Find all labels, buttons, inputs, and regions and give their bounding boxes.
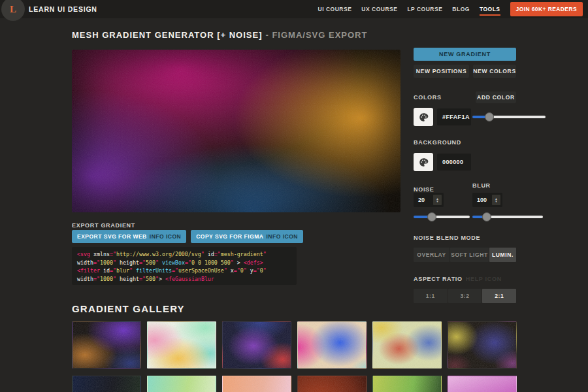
gradient-thumb-2[interactable] (147, 321, 216, 368)
noise-overlay (73, 376, 140, 392)
blend-mode-lumin-[interactable]: LUMIN. (489, 248, 516, 262)
colors-label: COLORS (414, 94, 442, 101)
background-label: BACKGROUND (414, 139, 461, 146)
aspect-2-1[interactable]: 2:1 (482, 289, 516, 303)
color-hex-input[interactable]: #FFAF1A (437, 108, 471, 125)
gradient-gallery-title: GRADIENT GALLERY (72, 303, 185, 314)
code-line: width="1000" height="500"> <feGaussianBl… (77, 275, 291, 284)
brand-name[interactable]: LEARN UI DESIGN (29, 0, 97, 18)
noise-overlay (148, 322, 216, 368)
copy-svg-figma-button[interactable]: COPY SVG FOR FIGMA INFO ICON (191, 230, 303, 243)
palette-icon (419, 157, 429, 167)
background-row: 000000 (414, 153, 516, 171)
noise-overlay (448, 376, 516, 392)
noise-overlay (223, 322, 291, 368)
nav-menu: UI COURSEUX COURSELP COURSEBLOGTOOLS (318, 3, 500, 16)
blend-mode-soft-light[interactable]: SOFT LIGHT (450, 248, 489, 262)
svg-code-block[interactable]: <svg xmlns="http://www.w3.org/2000/svg" … (72, 247, 297, 285)
noise-value[interactable]: 20 (414, 197, 433, 203)
blur-value-input[interactable]: 100 ▲▼ (472, 193, 502, 207)
page-title-sub: - FIGMA/SVG EXPORT (265, 30, 367, 40)
blend-mode-group: OVERLAYSOFT LIGHTLUMIN. (414, 248, 516, 262)
blur-value[interactable]: 100 (472, 197, 492, 203)
slider-thumb[interactable] (427, 212, 436, 221)
stepper-down-icon[interactable]: ▼ (436, 200, 439, 203)
noise-overlay (373, 322, 441, 368)
nav-links: UI COURSEUX COURSELP COURSEBLOGTOOLS JOI… (318, 0, 583, 18)
gradient-thumb-9[interactable] (222, 376, 291, 392)
gradient-thumb-5[interactable] (372, 321, 442, 368)
blur-stepper[interactable]: ▲▼ (492, 195, 500, 205)
aspect-1-1[interactable]: 1:1 (414, 289, 448, 303)
aspect-ratio-label: ASPECT RATIO (414, 276, 463, 282)
noise-overlay (223, 376, 291, 392)
code-line: width="1000" height="500" viewBox="0 0 1… (77, 259, 291, 267)
color-swatch-button[interactable] (414, 108, 433, 126)
code-line: <svg xmlns="http://www.w3.org/2000/svg" … (77, 250, 291, 259)
nav-link-blog[interactable]: BLOG (452, 3, 470, 16)
info-icon: INFO ICON (266, 233, 297, 240)
color-position-slider[interactable] (472, 112, 546, 122)
aspect-3-2[interactable]: 3:2 (448, 289, 482, 303)
noise-overlay (298, 322, 366, 368)
gradient-thumb-1[interactable] (72, 321, 141, 368)
noise-overlay (448, 322, 516, 368)
background-hex-input[interactable]: 000000 (437, 154, 471, 171)
nav-link-tools[interactable]: TOOLS (480, 3, 500, 16)
new-gradient-button[interactable]: NEW GRADIENT (414, 48, 516, 61)
noise-slider[interactable] (414, 212, 470, 221)
gradient-thumb-7[interactable] (72, 376, 141, 392)
noise-overlay (298, 376, 366, 392)
blend-mode-overlay[interactable]: OVERLAY (414, 248, 449, 262)
brand-logo-icon[interactable]: L (1, 0, 25, 21)
background-swatch-button[interactable] (414, 153, 433, 171)
color-row: #FFAF1A (414, 108, 516, 126)
noise-value-input[interactable]: 20 ▲▼ (414, 193, 444, 207)
noise-overlay (373, 376, 441, 392)
page-title-main: MESH GRADIENT GENERATOR [+ NOISE] (72, 30, 262, 40)
help-icon[interactable]: HELP ICON (466, 276, 502, 282)
add-color-button[interactable]: ADD COLOR (476, 91, 516, 103)
gradient-thumb-3[interactable] (222, 321, 291, 368)
palette-icon (419, 112, 429, 122)
new-colors-button[interactable]: NEW COLORS (473, 65, 516, 78)
gradient-thumb-11[interactable] (372, 376, 442, 392)
gradient-gallery-grid (72, 321, 517, 392)
logo-letter: L (10, 4, 16, 15)
controls-panel: NEW GRADIENT NEW POSITIONS NEW COLORS CO… (414, 48, 516, 303)
page-title: MESH GRADIENT GENERATOR [+ NOISE]- FIGMA… (72, 30, 367, 40)
top-navbar: L LEARN UI DESIGN UI COURSEUX COURSELP C… (0, 0, 588, 18)
slider-track (472, 116, 546, 118)
app-root: L LEARN UI DESIGN UI COURSEUX COURSELP C… (0, 0, 588, 392)
export-buttons: EXPORT SVG FOR WEB INFO ICON COPY SVG FO… (72, 230, 303, 243)
noise-overlay (73, 322, 140, 368)
slider-thumb[interactable] (485, 112, 494, 122)
gradient-thumb-6[interactable] (448, 321, 517, 368)
gradient-thumb-8[interactable] (147, 376, 216, 392)
slider-thumb[interactable] (482, 212, 491, 221)
noise-stepper[interactable]: ▲▼ (433, 195, 442, 205)
gradient-thumb-10[interactable] (297, 376, 367, 392)
code-line: <filter id="blur" filterUnits="userSpace… (77, 267, 291, 275)
noise-overlay (148, 376, 216, 392)
noise-overlay (72, 50, 400, 212)
gradient-preview[interactable] (72, 50, 400, 212)
nav-link-lp-course[interactable]: LP COURSE (407, 3, 442, 16)
gradient-thumb-4[interactable] (297, 321, 367, 368)
noise-blend-mode-label: NOISE BLEND MODE (414, 235, 480, 241)
export-svg-web-button[interactable]: EXPORT SVG FOR WEB INFO ICON (72, 230, 186, 243)
nav-link-ux-course[interactable]: UX COURSE (361, 3, 397, 16)
new-positions-button[interactable]: NEW POSITIONS (414, 65, 469, 78)
gradient-thumb-12[interactable] (448, 376, 517, 392)
noise-label: NOISE (414, 186, 434, 193)
blur-label: BLUR (472, 182, 491, 189)
aspect-ratio-group: 1:13:22:1 (414, 289, 516, 303)
info-icon: INFO ICON (150, 233, 181, 240)
slider-track (414, 216, 470, 218)
nav-link-ui-course[interactable]: UI COURSE (318, 3, 352, 16)
join-readers-button[interactable]: JOIN 60K+ READERS (510, 2, 583, 16)
copy-figma-label: COPY SVG FOR FIGMA (196, 233, 263, 240)
stepper-down-icon[interactable]: ▼ (495, 200, 498, 203)
blur-slider[interactable] (472, 212, 543, 221)
export-web-label: EXPORT SVG FOR WEB (77, 233, 147, 240)
